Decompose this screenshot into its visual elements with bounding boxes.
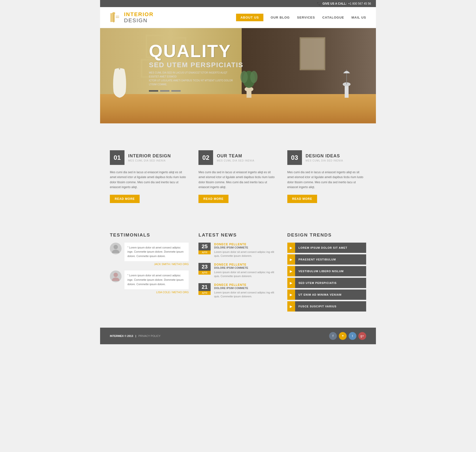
news-subtitle-2: DOLORE IPSIM COMMETE (214, 266, 277, 269)
footer-left: INTERMEX © 2013 | PRIVACY POLICY (110, 334, 161, 337)
nav-mail[interactable]: MAIL US (352, 16, 366, 19)
hero-subtitle: SED UTEM PERSPICIATIS (149, 61, 243, 69)
news-date-2: 23 APR (198, 263, 211, 275)
trend-arrow-1: ▶ (287, 243, 295, 253)
trend-item-6[interactable]: ▶ FUSCE SUSCIPIT VARIUS (287, 301, 366, 312)
footer-year: © 2013 (124, 334, 133, 337)
nav-services[interactable]: SERVICES (297, 16, 315, 19)
testimonial-text-2: " Lorem ipsum dolor sit amet consect adi… (127, 274, 184, 285)
bottom-grid: TESTIMONIALS " Lorem ipsum dolor sit ame… (110, 232, 366, 313)
nav-blog[interactable]: OUR BLOG (271, 16, 290, 19)
testimonial-text-1: " Lorem ipsum dolor sit amet consect adi… (127, 246, 184, 258)
footer-separator: | (135, 334, 136, 337)
svg-point-2 (112, 12, 115, 14)
feature-item-1: 01 INTERIOR DESIGN MES CUML DIA SED INEN… (110, 150, 189, 203)
nav-about[interactable]: ABOUT US (236, 14, 263, 21)
features-section: 01 INTERIOR DESIGN MES CUML DIA SED INEN… (100, 136, 376, 218)
logo-line2: DESIGN (124, 18, 154, 23)
features-grid: 01 INTERIOR DESIGN MES CUML DIA SED INEN… (110, 150, 366, 203)
trend-item-3[interactable]: ▶ VESTIBULUM LIBERO NISLUM (287, 266, 366, 276)
testimonial-author-1: JACK SMITH / METHO ORG (124, 263, 189, 266)
svg-point-24 (112, 278, 119, 281)
hero-dot-3[interactable] (171, 90, 181, 92)
phone-icon: 📞 (317, 2, 321, 5)
social-rss[interactable]: ✦ (339, 332, 347, 340)
section-divider-1 (100, 218, 376, 232)
trend-item-5[interactable]: ▶ UT ENIM AD MINIMA VENIAM (287, 290, 366, 300)
trend-item-2[interactable]: ▶ PRAESENT VESTIBULUM (287, 254, 366, 265)
trend-item-4[interactable]: ▶ SED UTEM PERSPICIATIS (287, 278, 366, 288)
bottom-section: TESTIMONIALS " Lorem ipsum dolor sit ame… (100, 232, 376, 328)
trend-label-1: LOREM IPSUM DOLOR SIT AMET (295, 243, 366, 253)
testimonial-item-2: " Lorem ipsum dolor sit amet consect adi… (110, 270, 189, 294)
read-more-btn-1[interactable]: READ MORE (110, 195, 140, 203)
news-title: LATEST NEWS (198, 232, 277, 238)
feature-title-wrap-3: DESIGN IDEAS MES CUML DIA SED INENIA (306, 153, 343, 162)
trends-title: DESIGN TRENDS (287, 232, 366, 238)
trend-arrow-3: ▶ (287, 266, 295, 276)
news-date-1: 25 APR (198, 243, 211, 254)
news-content-1: DONECE PELLENTE DOLORE IPSIM COMMETE Lor… (214, 243, 277, 258)
hero-slider-dots[interactable] (149, 90, 243, 92)
svg-rect-0 (110, 13, 115, 22)
feature-num-1: 01 (110, 150, 124, 165)
logo-text: INTERIOR DESIGN (124, 11, 154, 23)
col-testimonials: TESTIMONIALS " Lorem ipsum dolor sit ame… (110, 232, 189, 299)
footer-social: f ✦ t g+ (329, 332, 366, 340)
feature-header-3: 03 DESIGN IDEAS MES CUML DIA SED INENIA (287, 150, 366, 165)
nav-catalogue[interactable]: CATALOGUE (322, 16, 344, 19)
read-more-btn-2[interactable]: READ MORE (198, 195, 228, 203)
news-title-2[interactable]: DONECE PELLENTE (214, 263, 277, 266)
news-title-1[interactable]: DONECE PELLENTE (214, 243, 277, 246)
feature-title-wrap-1: INTERIOR DESIGN MES CUML DIA SED INENIA (128, 153, 171, 162)
feature-body-1: Mes cumi dia sed in lacus ut eniascet in… (110, 170, 189, 190)
main-nav: ABOUT US OUR BLOG SERVICES CATALOGUE MAI… (236, 14, 366, 21)
testimonials-title: TESTIMONIALS (110, 232, 189, 238)
hero-title: QUALITY (149, 42, 243, 60)
trend-label-4: SED UTEM PERSPICIATIS (295, 278, 366, 288)
news-item-3: 21 APR DONECE PELLENTE DOLORE IPSIM COMM… (198, 283, 277, 299)
testimonial-author-2: LISA COLE / METHO ORG (124, 291, 189, 294)
logo-line1: INTERIOR (124, 11, 154, 17)
news-date-3: 21 APR (198, 283, 211, 295)
social-facebook[interactable]: f (329, 332, 337, 340)
svg-rect-14 (345, 84, 349, 98)
feature-num-2: 02 (198, 150, 213, 165)
feature-title-2: OUR TEAM (217, 153, 254, 159)
feature-title-wrap-2: OUR TEAM MES CUML DIA SED INENIA (217, 153, 254, 162)
feature-item-3: 03 DESIGN IDEAS MES CUML DIA SED INENIA … (287, 150, 366, 203)
social-twitter[interactable]: t (349, 332, 356, 340)
news-text-3: Lorem ipsum dolor sit amet consect adipi… (214, 291, 277, 299)
col-news: LATEST NEWS 25 APR DONECE PELLENTE DOLOR… (198, 232, 277, 303)
news-subtitle-3: DOLORE IPSIM COMMETE (214, 287, 277, 290)
trend-arrow-2: ▶ (287, 254, 295, 265)
hero-content: QUALITY SED UTEM PERSPICIATIS MES CUML D… (149, 42, 243, 92)
footer-policy-link[interactable]: PRIVACY POLICY (138, 334, 161, 337)
feature-title-1: INTERIOR DESIGN (128, 153, 171, 159)
trend-arrow-4: ▶ (287, 278, 295, 288)
testimonial-item-1: " Lorem ipsum dolor sit amet consect adi… (110, 243, 189, 266)
social-googleplus[interactable]: g+ (358, 332, 366, 340)
testimonial-box-2: " Lorem ipsum dolor sit amet consect adi… (124, 270, 189, 289)
svg-point-22 (112, 250, 119, 253)
feature-subtitle-3: MES CUML DIA SED INENIA (306, 159, 343, 162)
hero-dot-2[interactable] (160, 90, 169, 92)
topbar-label: GIVE US A CALL: (322, 2, 347, 5)
read-more-btn-3[interactable]: READ MORE (287, 195, 317, 203)
svg-point-21 (114, 245, 118, 249)
topbar-phone: +1 800 567 45 56 (348, 2, 371, 5)
trend-item-1[interactable]: ▶ LOREM IPSUM DOLOR SIT AMET (287, 243, 366, 253)
trend-label-5: UT ENIM AD MINIMA VENIAM (295, 290, 366, 300)
trend-label-6: FUSCE SUSCIPIT VARIUS (295, 301, 366, 312)
footer: INTERMEX © 2013 | PRIVACY POLICY f ✦ t g… (100, 328, 376, 344)
section-gap-1 (100, 123, 376, 136)
news-title-3[interactable]: DONECE PELLENTE (214, 283, 277, 287)
news-item-2: 23 APR DONECE PELLENTE DOLORE IPSIM COMM… (198, 263, 277, 278)
feature-item-2: 02 OUR TEAM MES CUML DIA SED INENIA Mes … (198, 150, 277, 203)
col-trends: DESIGN TRENDS ▶ LOREM IPSUM DOLOR SIT AM… (287, 232, 366, 313)
feature-subtitle-1: MES CUML DIA SED INENIA (128, 159, 171, 162)
hero-dot-1[interactable] (149, 90, 158, 92)
feature-header-1: 01 INTERIOR DESIGN MES CUML DIA SED INEN… (110, 150, 189, 165)
trend-label-3: VESTIBULUM LIBERO NISLUM (295, 266, 366, 276)
hero-text: MES CUML DIA SED IN LACUS UT ENIASCET ET… (149, 71, 237, 86)
